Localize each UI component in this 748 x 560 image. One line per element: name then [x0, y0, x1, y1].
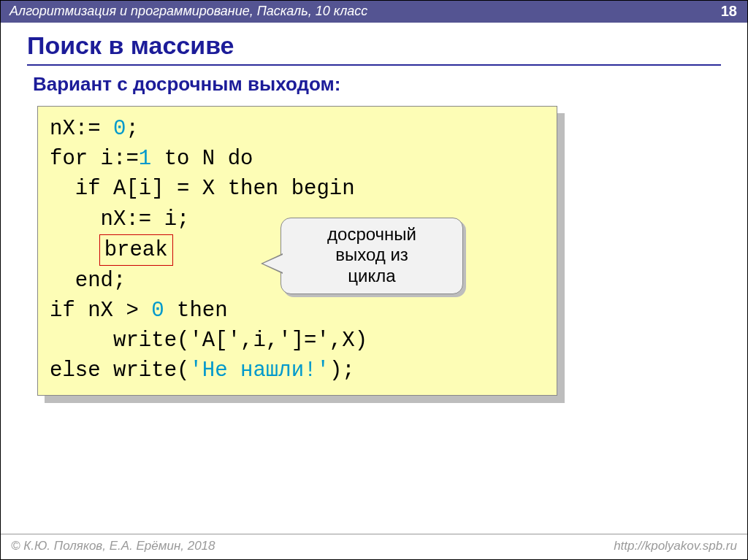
footer-bar: © К.Ю. Поляков, Е.А. Ерёмин, 2018 http:/… [1, 534, 747, 559]
callout-line-2: выход из [287, 245, 457, 265]
title-rule [27, 64, 721, 66]
callout-bubble: досрочный выход из цикла [280, 218, 463, 294]
header-bar: Алгоритмизация и программирование, Паска… [1, 1, 747, 23]
code-line-7: if nX > 0 then [50, 296, 545, 326]
code-line-1: nX:= 0; [50, 114, 545, 144]
code-line-9: else write('Не нашли!'); [50, 356, 545, 386]
callout-line-3: цикла [287, 266, 457, 286]
code-line-8: write('A[',i,']=',X) [50, 326, 545, 356]
course-title: Алгоритмизация и программирование, Паска… [9, 4, 367, 19]
slide-subtitle: Вариант с досрочным выходом: [33, 73, 721, 96]
callout-line-1: досрочный [287, 224, 457, 245]
footer-copyright: © К.Ю. Поляков, Е.А. Ерёмин, 2018 [11, 539, 215, 553]
slide: Алгоритмизация и программирование, Паска… [0, 0, 748, 560]
slide-title: Поиск в массиве [27, 31, 721, 60]
footer-url: http://kpolyakov.spb.ru [614, 539, 737, 553]
code-container: nX:= 0; for i:=1 to N do if A[i] = X the… [37, 106, 557, 396]
break-highlight: break [99, 234, 173, 266]
code-line-3: if A[i] = X then begin [50, 174, 545, 204]
content-area: Поиск в массиве Вариант с досрочным выхо… [1, 23, 747, 396]
code-line-2: for i:=1 to N do [50, 144, 545, 174]
code-box: nX:= 0; for i:=1 to N do if A[i] = X the… [37, 106, 557, 396]
page-number: 18 [721, 3, 737, 20]
